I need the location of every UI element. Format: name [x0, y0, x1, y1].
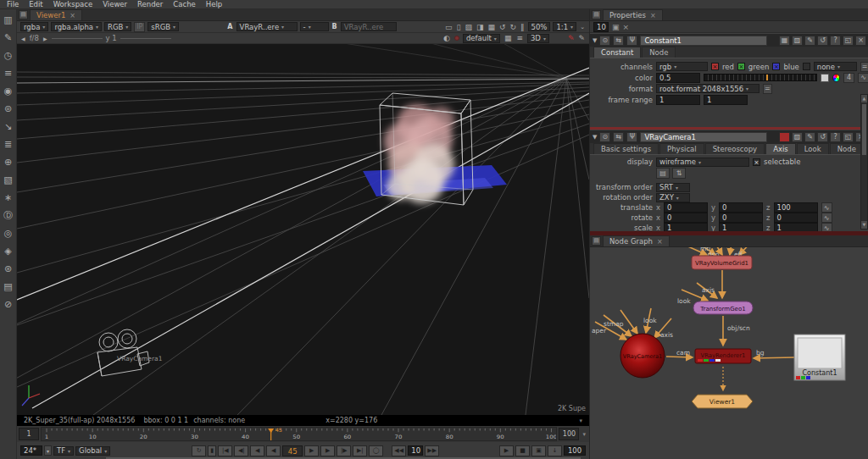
float-button[interactable]: ◱: [843, 132, 854, 142]
frame-increment-field[interactable]: 10: [408, 445, 423, 456]
animation-curve-button[interactable]: ∿: [821, 202, 832, 213]
translate-y-field[interactable]: 0: [719, 202, 763, 213]
rotate-x-field[interactable]: 0: [664, 213, 708, 223]
menu-edit[interactable]: Edit: [24, 0, 47, 8]
stereo-icon[interactable]: ◐: [442, 34, 451, 42]
flipbook-button[interactable]: ▶: [499, 445, 514, 456]
playback-end-field[interactable]: 100: [564, 445, 586, 456]
refresh-icon[interactable]: ↺: [498, 23, 507, 31]
gamma-slider[interactable]: [120, 38, 171, 39]
gain-right-icon[interactable]: ▶: [42, 36, 48, 41]
tab-physical[interactable]: Physical: [659, 143, 704, 154]
alpha-layer-dropdown[interactable]: rgba.alpha▾: [51, 22, 102, 31]
decrement-button[interactable]: ◀◀: [392, 445, 406, 456]
display-dropdown[interactable]: wireframe▾: [656, 158, 749, 167]
chevron-down-icon[interactable]: ▾: [579, 418, 582, 424]
deep-icon[interactable]: Ⓓ: [1, 207, 16, 224]
translate-z-field[interactable]: 100: [774, 202, 818, 213]
proxy-mode-icon[interactable]: ▨: [464, 23, 473, 31]
chevron-down-icon[interactable]: ▾: [581, 431, 587, 438]
filter-icon[interactable]: ⊚: [1, 100, 16, 118]
collapse-icon[interactable]: ▼: [593, 37, 597, 44]
scale-z-field[interactable]: 1: [774, 223, 818, 231]
range-lock-button[interactable]: ▮: [208, 445, 216, 456]
tab-viewer1[interactable]: Viewer1 ×: [30, 9, 82, 20]
monitor-out-icon[interactable]: ◨: [476, 23, 485, 31]
menu-file[interactable]: File: [2, 0, 24, 8]
gain-label[interactable]: f/8: [30, 34, 39, 42]
tab-node[interactable]: Node: [830, 143, 864, 154]
revert-button[interactable]: ↺: [817, 36, 828, 46]
pin-button[interactable]: ✎: [804, 36, 815, 46]
fps-field[interactable]: 24*: [20, 445, 42, 456]
input-process-button[interactable]: IP: [134, 22, 145, 32]
channel-icon[interactable]: ≡: [1, 64, 16, 82]
lock-range-button[interactable]: ▣: [531, 445, 546, 456]
node-viewer[interactable]: Viewer1: [692, 395, 753, 408]
tf-dropdown[interactable]: TF▾: [53, 446, 74, 456]
channels-dropdown[interactable]: rgb▾: [656, 62, 708, 71]
translate-x-field[interactable]: 0: [664, 202, 708, 213]
ab-mode-dropdown[interactable]: -▾: [300, 22, 329, 31]
step-back-button[interactable]: ◀: [250, 445, 264, 456]
scroll-down-icon[interactable]: ▼: [861, 221, 867, 229]
ocio-icon[interactable]: ⊘: [1, 296, 16, 313]
panel-menu-icon[interactable]: ▤: [592, 236, 601, 246]
scroll-up-icon[interactable]: ▲: [861, 95, 867, 102]
3d-icon[interactable]: ▧: [1, 171, 16, 189]
tab-basic-settings[interactable]: Basic settings: [593, 143, 659, 154]
proxy-icon[interactable]: ▯: [455, 23, 461, 31]
views-icon[interactable]: ◎: [1, 224, 16, 242]
update-icon[interactable]: ↻: [509, 23, 517, 31]
frame-range-start[interactable]: 1: [19, 428, 39, 440]
rotate-z-field[interactable]: 0: [774, 213, 818, 223]
roto-pencil-icon[interactable]: ✎: [568, 34, 575, 42]
close-icon[interactable]: ×: [657, 238, 663, 246]
node-transformgeo[interactable]: TransformGeo1: [693, 301, 753, 314]
viewer-lut-dropdown[interactable]: sRGB▾: [147, 22, 179, 31]
thumbnail-button[interactable]: ▦: [779, 36, 790, 46]
viewer-process-dropdown[interactable]: default▾: [463, 34, 500, 43]
pin-button[interactable]: ✎: [804, 132, 815, 142]
range-mode-dropdown[interactable]: Global▾: [75, 446, 110, 456]
layer-dropdown[interactable]: rgba▾: [20, 22, 48, 31]
color-swatch[interactable]: [821, 74, 828, 82]
checker-icon[interactable]: ▦: [487, 23, 496, 31]
switch-io-icon[interactable]: ⇆: [613, 132, 624, 142]
b-input-dropdown[interactable]: VRayR..ere: [341, 22, 397, 31]
rotate-y-field[interactable]: 0: [719, 213, 763, 223]
panel-menu-icon[interactable]: ▤: [592, 10, 601, 19]
node-vrayvolumegrid[interactable]: VRayVolumeGrid1: [692, 256, 752, 269]
properties-scrollbar[interactable]: ▲ ▼: [860, 94, 868, 230]
playback-mode-button[interactable]: ↻: [192, 445, 206, 456]
transform-order-dropdown[interactable]: SRT▾: [656, 183, 690, 192]
max-panels-field[interactable]: 10: [593, 22, 609, 32]
node-constant[interactable]: Constant1: [794, 335, 845, 380]
2d-3d-mode-dropdown[interactable]: 3D▾: [527, 34, 549, 43]
goto-end-button[interactable]: ▶|: [353, 445, 367, 456]
render-button[interactable]: ↓: [548, 445, 562, 456]
play-forward-button[interactable]: ▶: [304, 445, 319, 456]
color-value-field[interactable]: 0.5: [656, 73, 700, 83]
tab-axis[interactable]: Axis: [765, 143, 796, 154]
mask-dropdown[interactable]: none▾: [814, 62, 857, 71]
particles-icon[interactable]: ∗: [1, 189, 16, 207]
increment-button[interactable]: ▶▶: [425, 445, 439, 456]
blue-checkbox[interactable]: ×: [772, 63, 780, 70]
alpha-checkbox[interactable]: [803, 63, 810, 70]
color-icon[interactable]: ◉: [1, 82, 16, 100]
node-title-field[interactable]: Constant1: [640, 36, 767, 46]
close-icon[interactable]: ×: [70, 12, 75, 19]
gain-slider[interactable]: [52, 38, 103, 39]
menu-help[interactable]: Help: [201, 0, 227, 8]
image-icon[interactable]: ▥: [1, 11, 16, 29]
frame-range-out-field[interactable]: 1: [704, 95, 748, 105]
close-icon[interactable]: ×: [650, 12, 656, 19]
thumbnail2-button[interactable]: ▨: [792, 36, 803, 46]
stop-render-button[interactable]: ■: [515, 445, 530, 456]
menu-cache[interactable]: Cache: [168, 0, 200, 8]
current-frame-field[interactable]: 45: [282, 445, 303, 456]
color-slider[interactable]: [704, 74, 817, 81]
next-keyframe-button[interactable]: |▶: [337, 445, 351, 456]
menu-workspace[interactable]: Workspace: [48, 0, 97, 8]
